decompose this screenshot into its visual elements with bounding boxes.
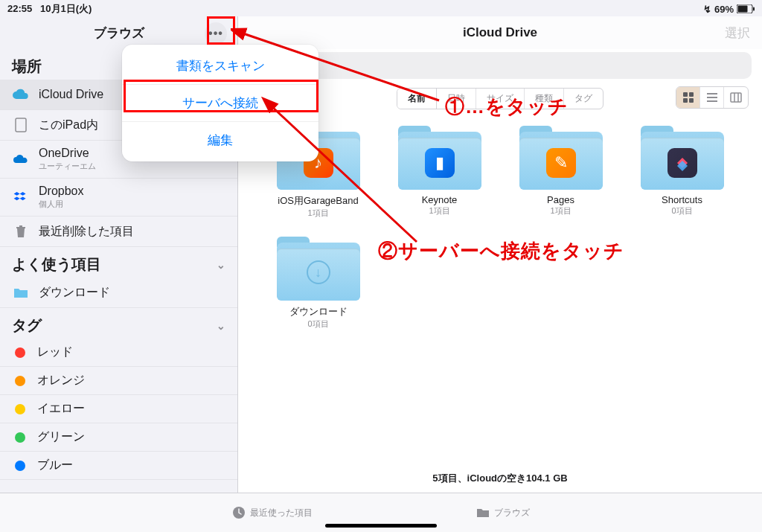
folder-keynote[interactable]: ▮ Keynote 1項目: [386, 126, 493, 219]
tag-blue[interactable]: ブルー: [0, 452, 237, 480]
status-footer: 5項目、iCloudの空き104.1 GB: [238, 467, 762, 493]
dropbox-icon: [12, 188, 30, 206]
sidebar-item-label: iCloud Drive: [39, 88, 103, 101]
tab-recent[interactable]: 最近使った項目: [232, 506, 313, 519]
seg-kind[interactable]: 種類: [525, 89, 564, 109]
popover-edit[interactable]: 編集: [122, 122, 318, 158]
home-indicator[interactable]: [325, 524, 437, 528]
app-icon: ▮: [425, 148, 455, 178]
folder-count: 1項目: [550, 205, 571, 217]
seg-tag[interactable]: タグ: [564, 89, 603, 109]
svg-rect-7: [689, 98, 694, 103]
status-left: 22:55 10月1日(火): [7, 2, 92, 16]
tag-yellow[interactable]: イエロー: [0, 395, 237, 423]
tag-dot: [15, 376, 25, 386]
sidebar-item-subtext: 個人用: [39, 199, 83, 210]
tab-label: 最近使った項目: [250, 507, 313, 519]
folder-name: Pages: [547, 194, 574, 205]
tag-label: ブルー: [37, 458, 73, 473]
status-right: ↯ 69%: [703, 4, 755, 15]
tag-dot: [15, 461, 25, 471]
folder-downloads[interactable]: ↓ ダウンロード 0項目: [265, 237, 371, 330]
sidebar-item-label: Dropbox: [39, 185, 83, 198]
tag-label: イエロー: [37, 401, 85, 417]
view-toggle[interactable]: [676, 86, 749, 109]
app-body: ブラウズ ••• 場所 iCloud Drive このiPad内: [0, 16, 762, 493]
folder-icon: ✎: [519, 126, 603, 190]
sidebar-item-downloads[interactable]: ダウンロード: [0, 278, 237, 308]
more-button[interactable]: •••: [205, 22, 227, 45]
tag-dot: [15, 404, 25, 414]
folder-name: Shortcuts: [662, 194, 702, 205]
folder-count: 0項目: [671, 205, 692, 217]
svg-rect-4: [683, 92, 688, 97]
chevron-down-icon: ⌄: [217, 320, 225, 332]
folder-icon: [12, 283, 30, 301]
locations-label: 場所: [12, 57, 42, 77]
folder-pages[interactable]: ✎ Pages 1項目: [508, 126, 614, 219]
tab-browse[interactable]: ブラウズ: [476, 506, 530, 519]
folder-icon: [641, 126, 724, 190]
folder-icon: ↓: [277, 237, 360, 301]
tag-label: オレンジ: [37, 373, 85, 388]
popover-scan[interactable]: 書類をスキャン: [122, 48, 318, 85]
sidebar-item-trash[interactable]: 最近削除した項目: [0, 217, 237, 247]
tag-red[interactable]: レッド: [0, 339, 237, 367]
tag-label: レッド: [37, 344, 73, 360]
ellipsis-icon: •••: [208, 27, 223, 40]
svg-rect-3: [16, 118, 26, 132]
favorites-section-title[interactable]: よく使う項目 ⌄: [0, 247, 237, 278]
svg-rect-10: [707, 100, 717, 102]
sidebar-item-label: このiPad内: [39, 118, 98, 133]
tab-label: ブラウズ: [494, 507, 530, 519]
folder-name: iOS用GarageBand: [278, 194, 358, 208]
chevron-down-icon: ⌄: [217, 259, 225, 271]
cloud-icon: [12, 86, 30, 103]
sort-segmented[interactable]: 名前 日時 サイズ 種類 タグ: [397, 88, 603, 109]
tag-dot: [15, 432, 25, 443]
folder-count: 1項目: [429, 205, 449, 217]
download-arrow-icon: ↓: [307, 260, 330, 284]
seg-name[interactable]: 名前: [397, 89, 437, 109]
sidebar-item-dropbox[interactable]: Dropbox 個人用: [0, 179, 237, 217]
app-icon: [667, 148, 697, 178]
sidebar-item-label-wrap: Dropbox 個人用: [39, 185, 83, 210]
status-bar: 22:55 10月1日(火) ↯ 69%: [0, 0, 762, 16]
svg-rect-1: [738, 6, 748, 13]
folder-name: ダウンロード: [289, 305, 348, 318]
trash-icon: [12, 222, 30, 240]
status-date: 10月1日(火): [40, 3, 92, 14]
popover-connect-server[interactable]: サーバへ接続: [122, 85, 318, 122]
sidebar-title: ブラウズ: [94, 25, 144, 42]
folder-count: 1項目: [307, 208, 328, 219]
svg-rect-8: [707, 93, 717, 94]
folder-shortcuts[interactable]: Shortcuts 0項目: [629, 126, 735, 219]
search-input[interactable]: [249, 52, 752, 79]
tag-green[interactable]: グリーン: [0, 423, 237, 452]
folder-icon: ▮: [398, 126, 481, 190]
svg-rect-6: [683, 98, 688, 103]
list-view-icon[interactable]: [700, 87, 724, 108]
more-popover: 書類をスキャン サーバへ接続 編集: [122, 45, 318, 161]
sidebar-item-label-wrap: OneDrive ユーティーエム: [39, 147, 96, 172]
select-button[interactable]: 選択: [725, 25, 750, 42]
grid-view-icon[interactable]: [676, 87, 700, 108]
tags-list: レッド オレンジ イエロー グリーン ブルー: [0, 339, 237, 480]
content-header: iCloud Drive 選択: [238, 16, 762, 49]
sidebar-item-subtext: ユーティーエム: [39, 161, 96, 172]
column-view-icon[interactable]: [724, 87, 748, 108]
favorites-label: よく使う項目: [12, 254, 101, 275]
svg-rect-2: [753, 7, 755, 11]
tag-dot: [15, 347, 25, 358]
seg-size[interactable]: サイズ: [476, 89, 525, 109]
sidebar-item-label: 最近削除した項目: [39, 224, 134, 240]
ipad-icon: [12, 116, 30, 134]
svg-rect-9: [707, 97, 717, 98]
folder-name: Keynote: [422, 194, 458, 205]
tags-section-title[interactable]: タグ ⌄: [0, 308, 237, 339]
sidebar-item-label: OneDrive: [39, 147, 96, 160]
battery-icon: [737, 4, 755, 13]
tag-label: グリーン: [37, 429, 85, 445]
seg-date[interactable]: 日時: [437, 89, 476, 109]
tag-orange[interactable]: オレンジ: [0, 367, 237, 395]
